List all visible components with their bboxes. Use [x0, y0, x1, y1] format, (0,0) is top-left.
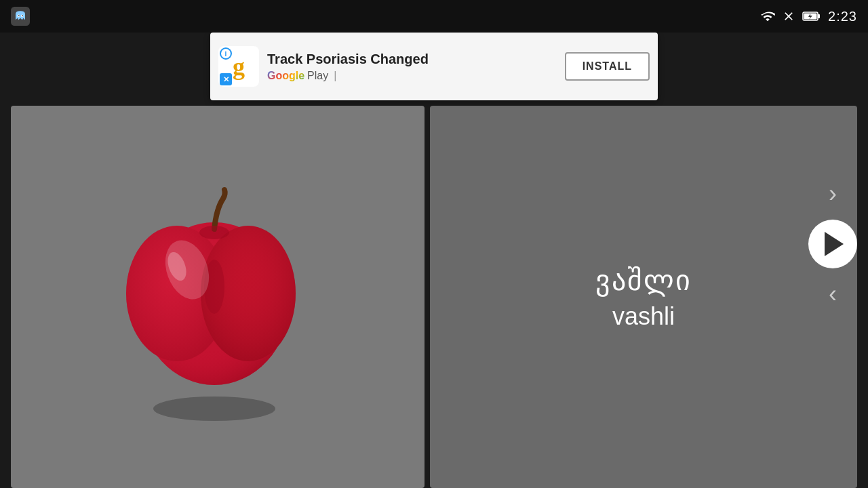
app-logo-letter: g	[233, 52, 245, 81]
svg-point-8	[153, 396, 275, 421]
status-bar-right: 2:23	[760, 9, 857, 24]
time-display: 2:23	[828, 9, 857, 24]
svg-point-4	[22, 15, 23, 16]
status-bar-left	[11, 7, 30, 26]
svg-point-3	[18, 15, 20, 16]
install-button[interactable]: INSTALL	[565, 52, 650, 81]
apple-image	[109, 168, 326, 426]
close-icon	[782, 9, 795, 23]
ad-text: Track Psoriasis Changed Google Play |	[267, 52, 557, 82]
play-text: Play	[307, 70, 328, 82]
next-arrow-button[interactable]: ›	[829, 182, 837, 206]
word-georgian: ვაშლი	[595, 264, 692, 297]
google-play-logo: Google Play	[267, 70, 328, 82]
play-triangle-icon	[825, 232, 844, 256]
wifi-icon	[760, 9, 775, 24]
nav-arrows: › ‹	[808, 182, 857, 306]
battery-icon	[802, 10, 821, 22]
prev-arrow-button[interactable]: ‹	[829, 282, 837, 306]
ad-icon-container: i ✕ g	[218, 46, 259, 87]
play-button[interactable]	[808, 220, 857, 268]
svg-rect-6	[818, 14, 820, 18]
brand-icon	[11, 7, 30, 26]
ad-source: Google Play |	[267, 70, 557, 82]
status-bar: 2:23	[0, 0, 868, 33]
main-content: ვაშლი vashli	[0, 106, 868, 488]
word-latin: vashli	[612, 302, 675, 331]
right-panel: ვაშლი vashli	[430, 106, 857, 488]
ad-title: Track Psoriasis Changed	[267, 52, 557, 67]
left-panel	[11, 106, 425, 488]
ad-divider: |	[334, 70, 336, 82]
google-text: Google	[267, 70, 304, 82]
ad-info-icon[interactable]: i	[220, 47, 232, 60]
svg-point-16	[199, 226, 229, 239]
ad-close-button[interactable]: ✕	[220, 73, 232, 85]
ad-banner: i ✕ g Track Psoriasis Changed Google Pla…	[210, 33, 658, 100]
